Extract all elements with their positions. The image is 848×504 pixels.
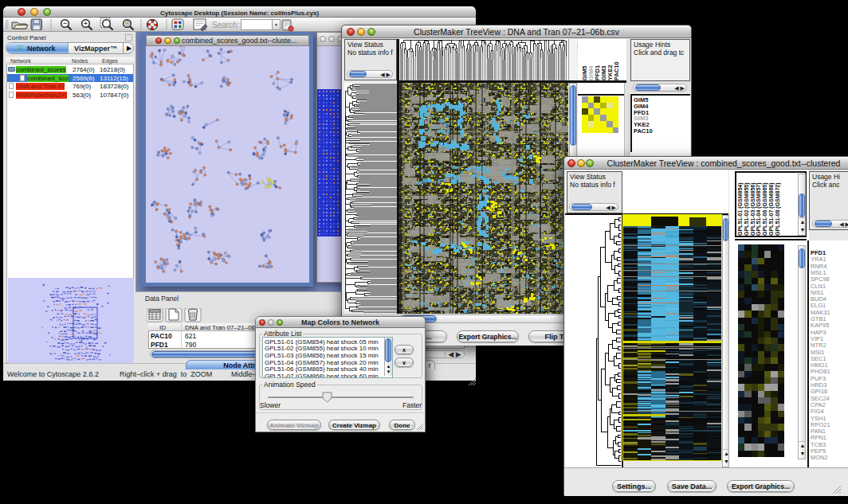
svg-text:−: − [63,20,67,27]
svg-text:+: + [84,20,88,27]
svg-text:☉: ☉ [124,20,130,27]
